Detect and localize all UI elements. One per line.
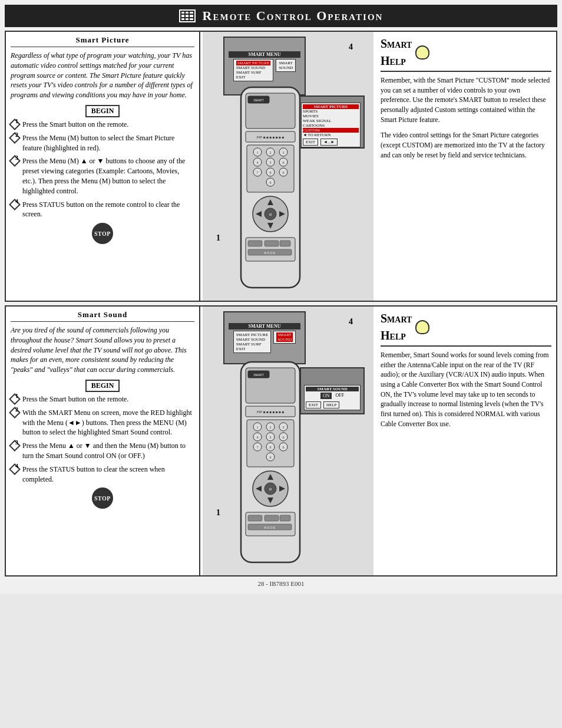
svg-text:5: 5 xyxy=(270,161,272,164)
remote-svg-1: SMART PIP ■ ■ ■ ■ ■ ■ ■ 1 2 xyxy=(229,81,312,294)
smart-picture-help: Smart Help Remember, with the Smart Pict… xyxy=(376,32,556,301)
num-label-4: 4 xyxy=(349,42,353,52)
smart-picture-help-body1: Remember, with the Smart Picture "CUSTOM… xyxy=(381,75,551,124)
svg-text:7: 7 xyxy=(257,446,259,449)
s-num-label-1: 1 xyxy=(216,508,220,518)
step-4-text: Press STATUS button on the remote contro… xyxy=(22,200,194,220)
bulb-icon-1 xyxy=(415,45,429,60)
step-1-diamond: 1 xyxy=(9,118,21,130)
smart-help-title-2: Smart Help xyxy=(381,310,551,347)
svg-text:N O O E: N O O E xyxy=(265,526,276,529)
sound-step-1: 1 Press the Smart button on the remote. xyxy=(11,394,194,404)
stop-btn-1: STOP xyxy=(11,223,194,244)
step-3-diamond: 3 xyxy=(9,155,21,167)
on-off-overlay: SMART SOUND ON OFF EXIT HELP xyxy=(304,385,361,410)
sound-step-3-diamond: 3 xyxy=(9,440,21,452)
svg-text:0: 0 xyxy=(270,456,272,459)
s-num-label-4: 4 xyxy=(349,317,353,327)
svg-text:3: 3 xyxy=(283,426,285,429)
num-label-1: 1 xyxy=(216,233,220,243)
smart-picture-center: 3 2 4 1 SMART MENU SMART PICTURE SMART S… xyxy=(203,32,373,301)
svg-text:N O O E: N O O E xyxy=(265,251,276,255)
svg-text:4: 4 xyxy=(257,436,259,439)
stop-btn-2: STOP xyxy=(11,487,194,509)
begin-box-1: BEGIN xyxy=(85,105,120,117)
menu-items-sound: SMART PICTURE SMART SOUND SMART SURF EXI… xyxy=(233,331,272,353)
smart-sound-left: Smart Sound Are you tired of the sound o… xyxy=(6,307,200,575)
stop-circle-1: STOP xyxy=(92,223,113,244)
sound-step-1-diamond: 1 xyxy=(9,393,21,405)
smart-title2-line1: Smart xyxy=(381,310,412,327)
svg-rect-77 xyxy=(280,515,290,521)
on-label: ON xyxy=(320,393,332,399)
smart-menu-sound: SMART MENU xyxy=(229,323,300,330)
smart-sound-help: Smart Help Remember, Smart Sound works f… xyxy=(376,307,556,575)
bulb-icon-2 xyxy=(415,320,429,334)
svg-rect-75 xyxy=(248,515,262,521)
svg-text:6: 6 xyxy=(283,161,285,164)
smart-sound-label-menu: SMART SOUND xyxy=(276,59,296,72)
smart-picture-title: Smart Picture xyxy=(11,35,194,47)
svg-text:PIP ■ ■ ■ ■ ■ ■ ■: PIP ■ ■ ■ ■ ■ ■ ■ xyxy=(257,136,285,139)
step-4-diamond: 4 xyxy=(9,199,21,210)
svg-text:M: M xyxy=(269,487,272,491)
step-2-text: Press the Menu (M) button to select the … xyxy=(22,133,194,153)
svg-text:1: 1 xyxy=(257,151,259,154)
begin-box-2: BEGIN xyxy=(85,380,120,392)
smart-sound-help-body: Remember, Smart Sound works for sound le… xyxy=(381,350,551,429)
remote-control-1: SMART PIP ■ ■ ■ ■ ■ ■ ■ 1 2 xyxy=(229,81,312,296)
smart-picture-section: Smart Picture Regardless of what type of… xyxy=(5,31,557,302)
page-header: Remote Control Operation xyxy=(5,5,557,27)
step-3: 3 Press the Menu (M) ▲ or ▼ buttons to c… xyxy=(11,156,194,196)
sound-step-4: 4 Press the STATUS button to clear the s… xyxy=(11,465,194,485)
sound-step-2: 2 With the SMART Menu on screen, move th… xyxy=(11,408,194,437)
svg-text:SMART: SMART xyxy=(253,98,263,102)
smart-title2-line2: Help xyxy=(381,327,412,344)
page: Remote Control Operation Smart Picture R… xyxy=(0,0,562,594)
smart-sound-highlight: SMART SOUND xyxy=(273,331,296,344)
svg-rect-76 xyxy=(265,515,279,521)
step-3-text: Press the Menu (M) ▲ or ▼ buttons to cho… xyxy=(22,156,194,196)
page-title: Remote Control Operation xyxy=(203,8,384,24)
svg-text:9: 9 xyxy=(283,171,285,174)
smart-menu-label: SMART MENU xyxy=(229,51,300,58)
svg-text:PIP ■ ■ ■ ■ ■ ■ ■: PIP ■ ■ ■ ■ ■ ■ ■ xyxy=(257,410,285,414)
menu-items-left: SMART PICTURE SMART SOUND SMART SURF EXI… xyxy=(233,59,274,81)
svg-text:8: 8 xyxy=(270,446,272,449)
sound-step-1-text: Press the Smart button on the remote. xyxy=(22,394,194,404)
smart-picture-help-body2: The video control settings for the Smart… xyxy=(381,130,551,160)
smart-sound-intro: Are you tired of the sound of commercial… xyxy=(11,325,194,375)
grid-icon xyxy=(179,9,196,22)
sound-step-2-text: With the SMART Menu on screen, move the … xyxy=(22,408,194,437)
step-2: 2 Press the Menu (M) button to select th… xyxy=(11,133,194,153)
sound-step-4-diamond: 4 xyxy=(9,463,21,475)
svg-text:4: 4 xyxy=(257,161,259,164)
svg-rect-37 xyxy=(280,241,290,246)
svg-text:0: 0 xyxy=(270,181,272,185)
svg-text:M: M xyxy=(269,213,272,216)
remote-svg-2: SMART PIP ■ ■ ■ ■ ■ ■ ■ 1 2 3 4 xyxy=(229,356,312,568)
sound-step-3: 3 Press the Menu ▲ or ▼ and then the Men… xyxy=(11,441,194,461)
svg-rect-36 xyxy=(265,241,279,246)
off-label: OFF xyxy=(335,393,344,399)
smart-sound-center: 3 2 4 1 SMART MENU SMART PICTURE SMART S… xyxy=(203,307,373,575)
sound-step-4-text: Press the STATUS button to clear the scr… xyxy=(22,465,194,485)
svg-rect-35 xyxy=(248,241,262,246)
svg-text:2: 2 xyxy=(270,426,272,429)
smart-picture-intro: Regardless of what type of program your … xyxy=(11,51,194,100)
svg-text:7: 7 xyxy=(257,171,259,174)
svg-text:3: 3 xyxy=(283,151,285,154)
svg-text:8: 8 xyxy=(270,171,272,174)
smart-sound-section: Smart Sound Are you tired of the sound o… xyxy=(5,305,557,577)
svg-text:9: 9 xyxy=(283,446,285,449)
stop-circle-2: STOP xyxy=(92,487,113,509)
svg-text:6: 6 xyxy=(283,436,285,439)
step-1-text: Press the Smart button on the remote. xyxy=(22,120,194,130)
smart-sound-title: Smart Sound xyxy=(11,310,194,322)
smart-title-line2: Help xyxy=(381,52,412,70)
sound-step-3-text: Press the Menu ▲ or ▼ and then the Menu … xyxy=(22,441,194,461)
smart-picture-left: Smart Picture Regardless of what type of… xyxy=(6,32,200,301)
svg-text:5: 5 xyxy=(270,436,272,439)
main-content: Smart Picture Regardless of what type of… xyxy=(5,31,557,577)
footer-text: 28 - IB7893 E001 xyxy=(257,580,304,587)
